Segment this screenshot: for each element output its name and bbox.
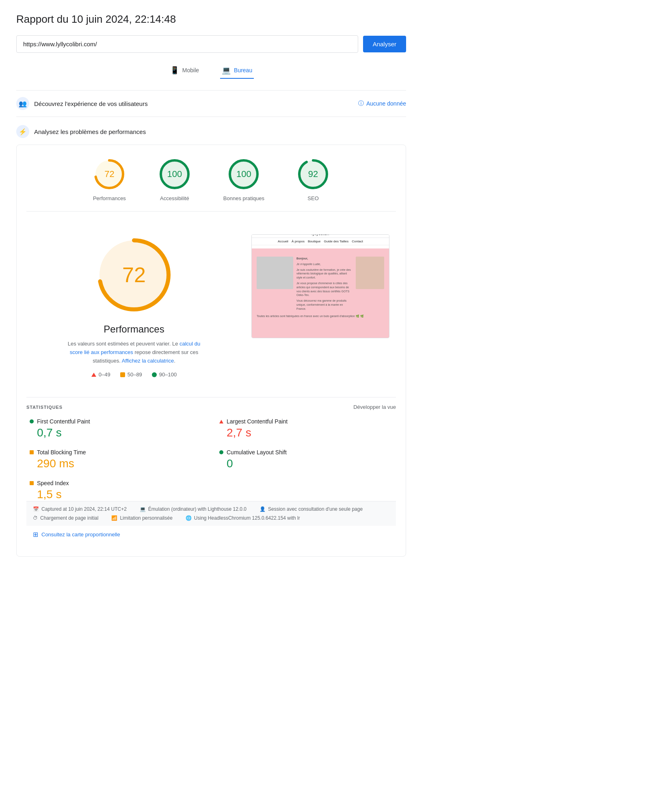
perf-calc-link[interactable]: Affichez la calculatrice (122, 358, 174, 364)
url-bar: Analyser (16, 35, 406, 53)
scores-row: 72 Performances 100 Accessibilité 100 Bo… (26, 158, 396, 212)
perf-score-number: 72 (104, 169, 114, 179)
stat-fcp: First Contentful Paint 0,7 s (30, 418, 203, 439)
screenshot-img-right (356, 257, 384, 289)
sc-bonjour: Bonjour, (296, 257, 352, 261)
square-icon (120, 372, 125, 377)
score-seo[interactable]: 92 SEO (297, 158, 329, 201)
timer-icon: ⏱ (33, 515, 38, 521)
nav-apropos: À propos (292, 240, 305, 243)
si-value: 1,5 s (37, 488, 203, 501)
analyze-button[interactable]: Analyser (363, 36, 406, 52)
footer-throttle-text: Limitation personnalisée (120, 515, 172, 521)
expand-link[interactable]: Développer la vue (353, 404, 396, 410)
footer-session: 👤 Session avec consultation d'une seule … (259, 506, 363, 512)
tbt-value: 290 ms (37, 457, 203, 470)
treemap-icon: ⊞ (33, 531, 38, 538)
best-practices-circle: 100 (227, 158, 260, 190)
perf-score-link[interactable]: calcul du score lié aux performances (70, 341, 201, 355)
tbt-name: Total Blocking Time (37, 449, 86, 456)
nav-accueil: Accueil (278, 240, 288, 243)
legend-0-49-label: 0–49 (99, 371, 110, 378)
tab-bureau-label: Bureau (234, 67, 252, 73)
best-practices-score-label: Bonnes pratiques (223, 195, 264, 201)
screenshot-body: Bonjour, Je m'appelle Ludie, Je suis cou… (257, 257, 384, 311)
score-best-practices[interactable]: 100 Bonnes pratiques (223, 158, 264, 201)
tab-mobile[interactable]: 📱 Mobile (169, 63, 201, 79)
screenshot-frame: lyllycolibri Accueil À propos Boutique G… (251, 234, 389, 338)
si-name: Speed Index (37, 480, 69, 486)
no-data-label: Aucune donnée (366, 100, 406, 107)
desktop-icon: 💻 (222, 66, 231, 75)
footer-chromium: 🌐 Using HeadlessChromium 125.0.6422.154 … (186, 515, 300, 521)
stat-fcp-header: First Contentful Paint (30, 418, 203, 425)
best-practices-score-number: 100 (236, 169, 251, 179)
stat-lcp-header: Largest Contentful Paint (219, 418, 393, 425)
big-perf-circle: 72 (93, 234, 175, 315)
legend-90-100-label: 90–100 (159, 371, 177, 378)
footer-throttle: 📶 Limitation personnalisée (111, 515, 172, 521)
perf-detail: 72 Performances Les valeurs sont estimée… (26, 221, 396, 397)
screenshot-header: lyllycolibri (251, 234, 389, 238)
tab-bureau[interactable]: 💻 Bureau (220, 63, 254, 79)
nav-tailles: Guide des Tailles (324, 240, 349, 243)
fcp-indicator (30, 419, 34, 423)
footer-link-row: ⊞ Consultez la carte proportionnelle (26, 526, 396, 543)
legend-row: 0–49 50–89 90–100 (91, 371, 177, 378)
cls-value: 0 (227, 457, 393, 470)
nav-boutique: Boutique (308, 240, 321, 243)
footer-emulation: 💻 Émulation (ordinateur) with Lighthouse… (140, 506, 247, 512)
accessibility-score-label: Accessibilité (160, 195, 189, 201)
triangle-icon (91, 373, 96, 377)
footer-info: 📅 Captured at 10 juin 2024, 22:14 UTC+2 … (26, 501, 396, 526)
big-perf-number: 72 (122, 263, 146, 287)
seo-score-label: SEO (307, 195, 318, 201)
treemap-link[interactable]: Consultez la carte proportionnelle (41, 531, 120, 538)
perf-section-title: Analysez les problèmes de performances (34, 128, 146, 135)
desktop-icon-footer: 💻 (140, 506, 146, 512)
screenshot-content: Bonjour, Je m'appelle Ludie, Je suis cou… (252, 248, 389, 338)
accessibility-score-number: 100 (167, 169, 182, 179)
stats-title: STATISTIQUES (26, 405, 63, 410)
legend-50-89-label: 50–89 (128, 371, 142, 378)
user-experience-section: 👥 Découvrez l'expérience de vos utilisat… (16, 90, 406, 117)
perf-section-icon: ⚡ (16, 125, 29, 138)
stat-si: Speed Index 1,5 s (30, 480, 203, 501)
lcp-name: Largest Contentful Paint (227, 418, 288, 425)
perf-main-title: Performances (104, 324, 164, 335)
footer-session-text: Session avec consultation d'une seule pa… (268, 506, 363, 512)
sc-text5: Vous découvrez ma gamme de produits uniq… (296, 299, 352, 311)
calendar-icon: 📅 (33, 506, 39, 512)
seo-circle: 92 (297, 158, 329, 190)
perf-screenshot: lyllycolibri Accueil À propos Boutique G… (251, 234, 389, 338)
stat-cls-header: Cumulative Layout Shift (219, 449, 393, 456)
dot-icon (152, 372, 157, 377)
no-data-link[interactable]: ⓘ Aucune donnée (358, 100, 406, 107)
seo-score-number: 92 (308, 169, 318, 179)
legend-90-100: 90–100 (152, 371, 177, 378)
perf-circle: 72 (93, 158, 125, 190)
users-icon: 👥 (16, 97, 29, 110)
sc-text3: Je suis couturière de formation, je crée… (296, 268, 352, 280)
tab-mobile-label: Mobile (182, 67, 199, 73)
footer-captured: 📅 Captured at 10 juin 2024, 22:14 UTC+2 (33, 506, 127, 512)
url-input[interactable] (16, 35, 358, 53)
score-perf[interactable]: 72 Performances (93, 158, 126, 201)
sc-text4: Je vous propose d'emmener à côtes des ar… (296, 281, 352, 297)
session-icon: 👤 (259, 506, 266, 512)
stat-tbt: Total Blocking Time 290 ms (30, 449, 203, 470)
tab-bar: 📱 Mobile 💻 Bureau (16, 63, 406, 79)
stats-grid: First Contentful Paint 0,7 s Largest Con… (26, 418, 396, 501)
screenshot-img-left (257, 257, 293, 289)
footer-emulation-text: Émulation (ordinateur) with Lighthouse 1… (148, 506, 247, 512)
score-accessibility[interactable]: 100 Accessibilité (158, 158, 191, 201)
perf-section-header: ⚡ Analysez les problèmes de performances (16, 125, 406, 138)
network-icon: 📶 (111, 515, 117, 521)
stats-header: STATISTIQUES Développer la vue (26, 404, 396, 410)
globe-icon: 🌐 (186, 515, 192, 521)
stat-cls: Cumulative Layout Shift 0 (219, 449, 393, 470)
ux-title: Découvrez l'expérience de vos utilisateu… (34, 100, 148, 107)
cls-name: Cumulative Layout Shift (227, 449, 287, 456)
info-icon: ⓘ (358, 100, 364, 107)
perf-left: 72 Performances Les valeurs sont estimée… (33, 234, 235, 384)
